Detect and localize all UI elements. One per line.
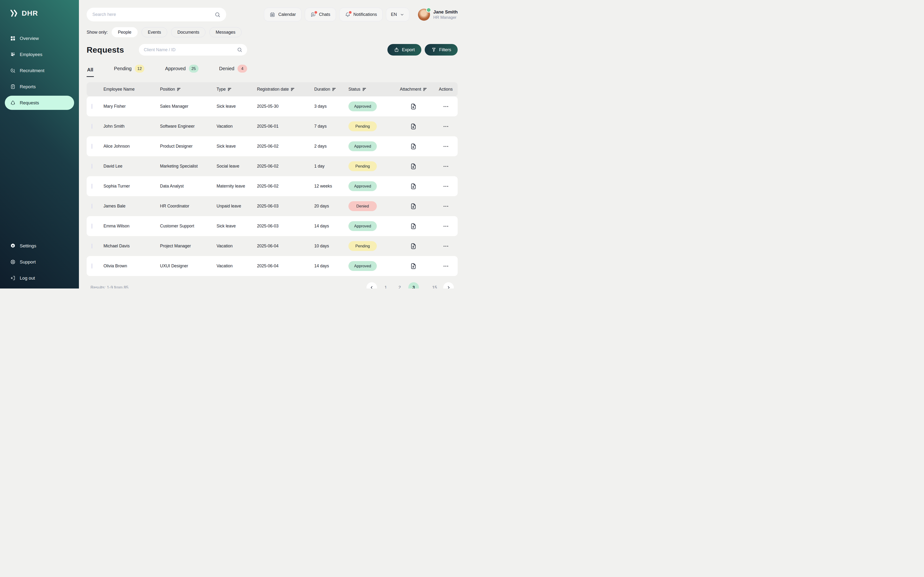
cell-duration: 12 weeks	[314, 184, 349, 189]
attachment-download-button[interactable]	[408, 221, 418, 231]
column-header-type[interactable]: Type	[216, 87, 257, 92]
tab-pending[interactable]: Pending12	[113, 64, 145, 77]
tab-all[interactable]: All	[87, 67, 94, 77]
row-checkbox[interactable]	[91, 164, 92, 169]
filter-chip-people[interactable]: People	[111, 27, 137, 37]
row-actions-button[interactable]	[441, 202, 451, 211]
filter-chip-events[interactable]: Events	[142, 27, 167, 37]
page-button-15[interactable]: 15	[429, 282, 440, 288]
row-actions-button[interactable]	[441, 222, 451, 231]
sidebar-item-overview[interactable]: Overview	[5, 31, 74, 45]
row-actions-button[interactable]	[441, 122, 451, 131]
cell-attachment	[393, 241, 434, 251]
attachment-download-button[interactable]	[408, 261, 418, 271]
sidebar: DHR OverviewEmployeesRecruitmentReportsR…	[0, 0, 79, 288]
row-checkbox[interactable]	[91, 263, 92, 269]
cell-actions	[434, 222, 458, 231]
column-header-status[interactable]: Status	[349, 87, 393, 92]
cell-attachment	[393, 261, 434, 271]
cell-attachment	[393, 181, 434, 191]
table-row: Alice JohnsonProduct DesignerSick leave2…	[87, 136, 458, 156]
page-button-1[interactable]: 1	[380, 282, 391, 288]
row-actions-button[interactable]	[441, 102, 451, 111]
row-checkbox[interactable]	[91, 184, 92, 189]
grid-icon	[10, 35, 16, 41]
export-button[interactable]: Export	[388, 44, 421, 56]
page-button-3[interactable]: 3	[408, 282, 419, 288]
sidebar-item-employees[interactable]: Employees	[5, 47, 74, 61]
status-tabs: AllPending12Approved25Denied4	[87, 64, 458, 77]
sidebar-item-log-out[interactable]: Log out	[5, 271, 74, 285]
status-badge: Pending	[349, 161, 377, 171]
calendar-button-label: Calendar	[278, 12, 296, 17]
attachment-download-button[interactable]	[408, 161, 418, 171]
tab-denied[interactable]: Denied4	[219, 64, 247, 77]
sidebar-item-requests[interactable]: Requests	[5, 96, 74, 110]
tab-count-badge: 25	[189, 64, 199, 73]
cell-status: Approved	[349, 102, 393, 111]
filter-chip-messages[interactable]: Messages	[209, 27, 242, 37]
sidebar-item-reports[interactable]: Reports	[5, 80, 74, 94]
row-checkbox-cell	[87, 264, 103, 268]
sidebar-item-label: Overview	[20, 36, 39, 41]
client-search-input[interactable]	[144, 47, 237, 52]
topbar-actions: Calendar Chats	[264, 8, 458, 21]
cell-position: Marketing Specialist	[160, 164, 216, 169]
cell-actions	[434, 242, 458, 251]
tab-count-badge: 4	[237, 64, 247, 73]
column-header-duration[interactable]: Duration	[314, 87, 349, 92]
row-actions-button[interactable]	[441, 182, 451, 191]
column-header-attachment[interactable]: Attachment	[393, 87, 434, 92]
row-checkbox[interactable]	[91, 204, 92, 209]
sidebar-item-support[interactable]: Support	[5, 255, 74, 269]
global-search-input[interactable]	[92, 12, 215, 17]
column-header-registration-date[interactable]: Registration date	[257, 87, 314, 92]
cell-position: Project Manager	[160, 243, 216, 248]
notifications-button[interactable]: Notifications	[339, 8, 383, 21]
sidebar-item-settings[interactable]: Settings	[5, 239, 74, 253]
attachment-download-button[interactable]	[408, 241, 418, 251]
row-actions-button[interactable]	[441, 242, 451, 251]
attachment-download-button[interactable]	[408, 201, 418, 211]
file-download-icon	[410, 143, 417, 150]
cell-position: Customer Support	[160, 224, 216, 229]
chats-button[interactable]: Chats	[305, 8, 336, 21]
row-checkbox[interactable]	[91, 104, 92, 109]
attachment-download-button[interactable]	[408, 181, 418, 191]
page-button-2[interactable]: 2	[394, 282, 405, 288]
online-status-dot	[427, 8, 430, 12]
cell-employee-name: Michael Davis	[103, 243, 160, 248]
attachment-download-button[interactable]	[408, 121, 418, 132]
calendar-button[interactable]: Calendar	[264, 8, 301, 21]
app-logo: DHR	[5, 9, 74, 17]
filter-chip-documents[interactable]: Documents	[171, 27, 205, 37]
attachment-download-button[interactable]	[408, 102, 418, 111]
cell-status: Approved	[349, 181, 393, 191]
attachment-download-button[interactable]	[408, 141, 418, 152]
row-actions-button[interactable]	[441, 142, 451, 151]
cell-registration-date: 2025-06-03	[257, 224, 314, 229]
column-header-position[interactable]: Position	[160, 87, 216, 92]
prev-page-button[interactable]	[367, 282, 377, 288]
user-profile[interactable]: Jane Smith HR Manager	[418, 9, 458, 21]
column-header-employee-name: Employee Name	[103, 87, 160, 92]
cell-registration-date: 2025-06-02	[257, 144, 314, 149]
row-actions-button[interactable]	[441, 261, 451, 271]
sidebar-item-recruitment[interactable]: Recruitment	[5, 63, 74, 77]
column-header-label: Position	[160, 87, 175, 92]
row-checkbox[interactable]	[91, 144, 92, 149]
row-actions-button[interactable]	[441, 162, 451, 171]
cell-attachment	[393, 221, 434, 231]
row-checkbox[interactable]	[91, 243, 92, 248]
column-header-label: Registration date	[257, 87, 289, 92]
filters-button[interactable]: Filters	[425, 44, 458, 56]
next-page-button[interactable]	[443, 282, 454, 288]
cell-position: Data Analyst	[160, 184, 216, 189]
row-checkbox[interactable]	[91, 124, 92, 129]
language-dropdown[interactable]: EN	[386, 8, 409, 21]
cell-employee-name: Sophia Turner	[103, 184, 160, 189]
row-checkbox[interactable]	[91, 224, 92, 229]
share-nodes-icon	[10, 100, 16, 106]
page-title: Requests	[87, 45, 124, 55]
tab-approved[interactable]: Approved25	[165, 64, 199, 77]
